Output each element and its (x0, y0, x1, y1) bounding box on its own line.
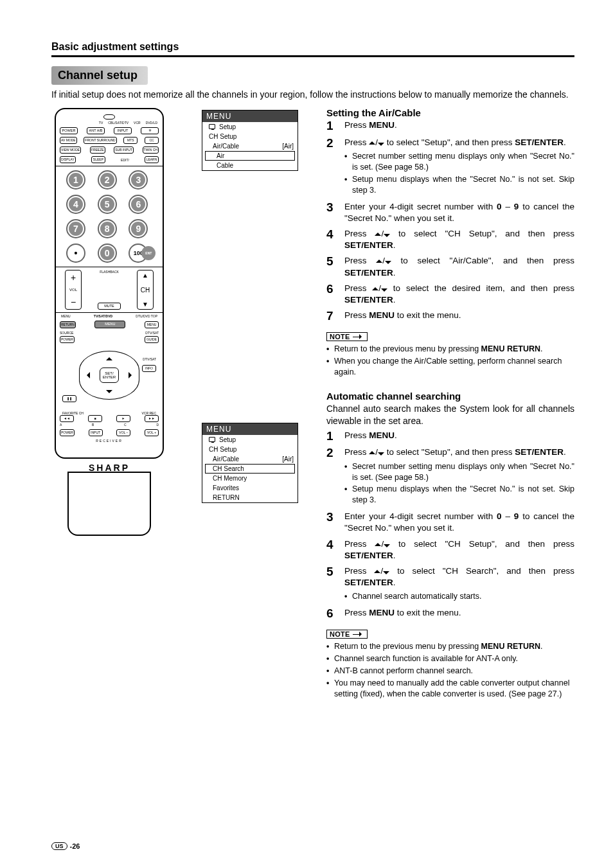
fav-label: FAVORITE CH (62, 411, 84, 415)
num-100: 100ENT (129, 244, 148, 263)
step-body: Enter your 4-digit secret number with 0 … (344, 201, 574, 224)
menu-row: Favorites (202, 483, 298, 493)
dtvsat-label: DTV/SAT (145, 331, 159, 335)
rcv-volup-button: VOL + (145, 429, 159, 436)
down-arrow-icon (385, 261, 391, 264)
info-button: INFO (142, 365, 156, 372)
num-3: 3 (129, 170, 148, 190)
step-body: Press / to select the desired item, and … (344, 283, 574, 306)
step-body: Press MENU to exit the menu. (344, 310, 574, 323)
rew-button: ◄◄ (60, 415, 74, 422)
step-subitem: Setup menu displays when the "Secret No.… (344, 484, 574, 506)
note-item: Channel search function is available for… (326, 653, 574, 664)
step-number: 2 (326, 447, 339, 507)
number-pad: 1 2 3 4 5 6 7 8 9 • 0 100ENT (60, 168, 159, 265)
play-button: ► (116, 415, 130, 422)
menu-title: MENU (202, 423, 298, 435)
menu-panel-chsearch: MENU Setup CH Setup Air/Cable[Air] CH Se… (202, 423, 298, 503)
sleep-button: SLEEP (91, 156, 105, 163)
power-button: POWER (60, 127, 78, 135)
note-item: Return to the previous menu by pressing … (326, 641, 574, 652)
note-heading: NOTE (326, 630, 368, 639)
intro-text: If initial setup does not memorize all t… (51, 89, 574, 101)
mode-dvd: DVD/LD (146, 121, 157, 125)
page-footer: US -26 (51, 842, 80, 850)
menu-panel-aircable: MENU Setup CH Setup Air/Cable[Air] Air C… (202, 110, 298, 171)
setup-icon (209, 437, 215, 442)
menu-label: MENU (61, 314, 71, 318)
step-item: 7Press MENU to exit the menu. (326, 310, 574, 323)
down-arrow-icon (384, 544, 390, 547)
num-7: 7 (66, 219, 85, 238)
ff-button: ►► (145, 415, 159, 422)
manual-page: Basic adjustment settings Channel setup … (0, 0, 613, 868)
subheading-aircable: Setting the Air/Cable (326, 107, 574, 118)
step-number: 2 (326, 137, 339, 197)
menu-row-selected: Air (205, 151, 295, 161)
instructions-column: Setting the Air/Cable 1Press MENU.2Press… (326, 107, 574, 713)
step-number: 4 (326, 538, 339, 562)
step-number: 1 (326, 430, 339, 443)
vol-rocker: +VOL− (65, 270, 82, 310)
num-0: 0 (98, 244, 117, 263)
step-body: Press MENU to exit the menu. (344, 607, 574, 621)
note-item: Return to the previous menu by pressing … (326, 344, 574, 355)
step-item: 2Press / to select "Setup", and then pre… (326, 447, 574, 507)
remote-illustration: TV CBL/SAT/DTV VCR DVD/LD POWER ANT A/B … (51, 107, 167, 551)
step-item: 3Enter your 4-digit secret number with 0… (326, 201, 574, 224)
step-item: 1Press MENU. (326, 430, 574, 443)
note-heading: NOTE (326, 332, 368, 341)
down-arrow-icon (384, 234, 390, 237)
step-number: 1 (326, 120, 339, 133)
up-arrow-icon (375, 233, 381, 236)
num-4: 4 (66, 195, 85, 214)
flashback-label: FLASHBACK (100, 270, 119, 274)
up-arrow-icon (369, 141, 375, 145)
menu-row: RETURN (202, 493, 298, 502)
step-number: 5 (326, 565, 339, 603)
menu-row: Air/Cable[Air] (202, 141, 298, 151)
menu-row: CH Setup (202, 132, 298, 141)
ant-button: ANT A/B (87, 127, 105, 135)
down-arrow-icon (383, 571, 389, 574)
enter-button: SET/ ENTER (100, 368, 119, 383)
input-button: INPUT (114, 127, 132, 135)
note-item: You may need to manually add the cable c… (326, 678, 574, 700)
navpad: SET/ ENTER ❚❚ INFO DTV/SAT (62, 346, 156, 410)
rcv-power-button: POWER (60, 429, 75, 436)
step-item: 3Enter your 4-digit secret number with 0… (326, 511, 574, 534)
step-body: Press / to select "CH Setup", and then p… (344, 538, 574, 562)
menu2-button: MENU (145, 321, 159, 328)
arrow-icon (353, 632, 364, 637)
power2-button: POWER (60, 336, 75, 343)
ir-window-icon (103, 114, 115, 120)
step-number: 5 (326, 255, 339, 278)
num-9: 9 (129, 219, 148, 238)
mode-tv: TV (99, 121, 103, 125)
freeze-button: FREEZE (90, 146, 105, 154)
remote-column: TV CBL/SAT/DTV VCR DVD/LD POWER ANT A/B … (51, 107, 180, 713)
cc-button: CC (145, 137, 159, 144)
up-arrow-icon (376, 260, 382, 263)
divider (51, 55, 574, 57)
autosearch-steps: 1Press MENU.2Press / to select "Setup", … (326, 430, 574, 621)
menu-row: Air/Cable[Air] (202, 454, 298, 464)
num-5: 5 (98, 195, 117, 214)
page-number: -26 (70, 842, 80, 850)
step-sublist: Secret number setting menu displays only… (344, 461, 574, 506)
edit-label: EDIT/ (121, 158, 129, 162)
step-item: 5Press / to select "Air/Cable", and then… (326, 255, 574, 278)
autosearch-lead: Channel auto search makes the System loo… (326, 403, 574, 427)
num-dot: • (66, 244, 85, 263)
note-item: When you change the Air/Cable setting, p… (326, 356, 574, 378)
num-2: 2 (98, 170, 117, 190)
down-arrow-icon (378, 452, 384, 456)
up-arrow-icon (369, 451, 375, 454)
step-item: 6Press / to select the desired item, and… (326, 283, 574, 306)
step-body: Press MENU. (344, 430, 574, 443)
dtutop-label: DTU/DVD TOP (136, 314, 157, 318)
topic-heading: Channel setup (51, 66, 148, 85)
guide-button: GUIDE (145, 336, 159, 343)
step-number: 3 (326, 511, 339, 534)
arrow-icon (353, 335, 364, 339)
